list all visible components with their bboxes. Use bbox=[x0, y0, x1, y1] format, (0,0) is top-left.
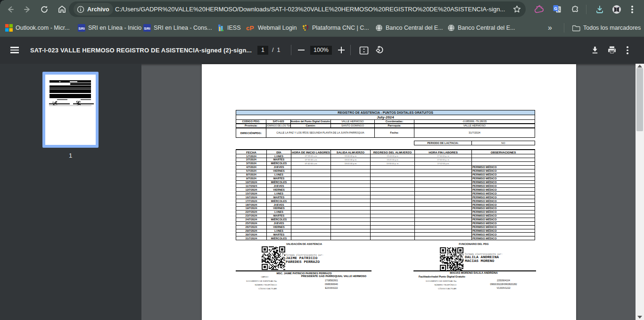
svg-text:G: G bbox=[554, 6, 557, 11]
svg-text:cP: cP bbox=[246, 25, 254, 32]
svg-text:SRi: SRi bbox=[78, 26, 84, 31]
svg-text:SRi: SRi bbox=[144, 26, 150, 31]
